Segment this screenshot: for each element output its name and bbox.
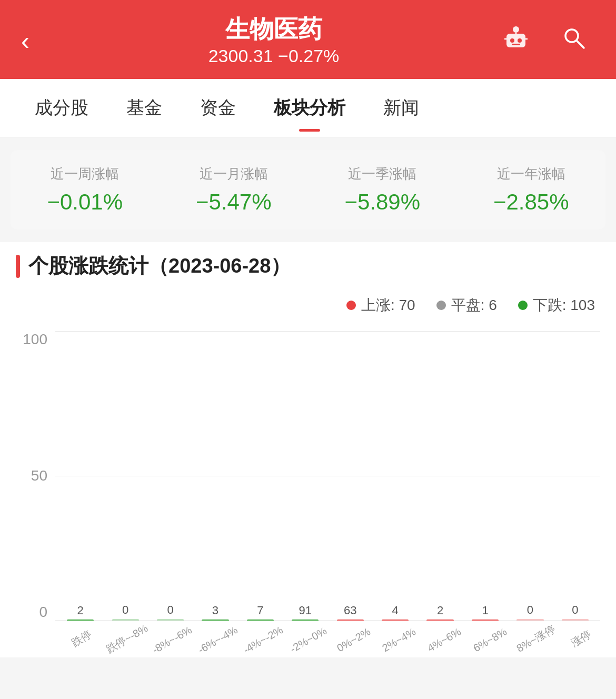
bar-value-3: 3 (212, 604, 218, 617)
legend-fall-label: 下跌: 103 (533, 295, 595, 315)
bar-group-3: 3 (193, 604, 237, 621)
stat-week: 近一周涨幅 −0.01% (11, 165, 160, 215)
bar-value-8: 2 (437, 604, 443, 617)
x-label-2: -8%~-6% (150, 624, 195, 657)
back-button[interactable]: ‹ (21, 26, 53, 55)
bar-value-5: 91 (299, 604, 312, 617)
legend-flat-label: 平盘: 6 (451, 295, 497, 315)
svg-rect-5 (512, 44, 520, 45)
x-label-7: 2%~4% (376, 624, 422, 657)
y-label-0: 0 (39, 604, 47, 621)
svg-point-3 (510, 38, 514, 43)
bar-group-0: 2 (58, 604, 103, 621)
bar-group-2: 0 (148, 603, 193, 621)
bar-group-1: 0 (103, 603, 147, 621)
legend-flat: 平盘: 6 (436, 295, 497, 315)
stats-row: 近一周涨幅 −0.01% 近一月涨幅 −5.47% 近一季涨幅 −5.89% 近… (11, 150, 605, 229)
bar-value-0: 2 (77, 604, 84, 617)
stat-quarter-value: −5.89% (308, 189, 457, 215)
stat-year-value: −2.85% (457, 189, 606, 215)
legend-rise-label: 上涨: 70 (361, 295, 415, 315)
x-label-9: 6%~8% (467, 624, 512, 657)
tab-components[interactable]: 成分股 (16, 79, 107, 137)
legend-rise-dot (346, 301, 356, 310)
stat-quarter: 近一季涨幅 −5.89% (308, 165, 457, 215)
header: ‹ 生物医药 2300.31 −0.27% (0, 0, 616, 79)
page-title: 生物医药 (53, 15, 495, 44)
legend-fall-dot (518, 301, 528, 310)
stat-year-label: 近一年涨幅 (457, 165, 606, 183)
svg-rect-0 (506, 34, 525, 47)
section-title-bar-container: 个股涨跌统计（2023-06-28） (0, 242, 616, 290)
section-title-accent (16, 255, 20, 278)
stat-quarter-label: 近一季涨幅 (308, 165, 457, 183)
stat-month-label: 近一月涨幅 (160, 165, 309, 183)
section-title-text: 个股涨跌统计（2023-06-28） (28, 253, 291, 279)
y-axis: 100 50 0 (16, 331, 53, 621)
chart-wrapper: 100 50 0 20037916342100 跌停跌停~-8%-8%~-6%-… (16, 331, 600, 647)
legend-flat-dot (436, 301, 446, 310)
x-label-1: 跌停~-8% (104, 621, 151, 656)
bar-value-7: 4 (392, 604, 399, 617)
chart-legend: 上涨: 70 平盘: 6 下跌: 103 (0, 290, 616, 326)
bar-value-6: 63 (344, 604, 356, 617)
stat-month-value: −5.47% (160, 189, 309, 215)
tab-funds[interactable]: 基金 (107, 79, 181, 137)
bar-group-9: 1 (463, 604, 508, 621)
stat-month: 近一月涨幅 −5.47% (160, 165, 309, 215)
bar-group-4: 7 (238, 604, 283, 621)
x-label-5: -2%~0% (286, 624, 331, 657)
x-label-11: 涨停 (558, 622, 604, 656)
bar-group-10: 0 (508, 603, 552, 621)
tab-news[interactable]: 新闻 (364, 79, 438, 137)
chart-plot: 20037916342100 (55, 331, 600, 621)
stat-week-label: 近一周涨幅 (11, 165, 160, 183)
header-center: 生物医药 2300.31 −0.27% (53, 15, 495, 66)
header-subtitle: 2300.31 −0.27% (53, 46, 495, 66)
y-label-50: 50 (31, 467, 47, 484)
x-label-8: 4%~6% (422, 624, 467, 657)
bars-container: 20037916342100 (55, 331, 600, 621)
stat-week-value: −0.01% (11, 189, 160, 215)
tab-capital[interactable]: 资金 (181, 79, 255, 137)
search-icon[interactable] (553, 25, 595, 56)
x-label-4: -4%~-2% (240, 624, 285, 657)
tab-analysis[interactable]: 板块分析 (255, 79, 364, 137)
bar-group-8: 2 (418, 604, 462, 621)
stat-year: 近一年涨幅 −2.85% (457, 165, 606, 215)
x-label-0: 跌停 (58, 622, 105, 656)
svg-point-4 (518, 38, 522, 43)
chart-area: 100 50 0 20037916342100 跌停跌停~-8%-8%~-6%-… (0, 326, 616, 657)
tab-bar: 成分股 基金 资金 板块分析 新闻 (0, 79, 616, 137)
bar-value-2: 0 (167, 603, 173, 617)
legend-rise: 上涨: 70 (346, 295, 415, 315)
bar-value-11: 0 (572, 603, 578, 617)
bar-group-6: 63 (328, 604, 373, 621)
robot-icon[interactable] (495, 24, 537, 57)
x-label-6: 0%~2% (331, 624, 376, 657)
bar-value-4: 7 (257, 604, 263, 617)
bar-group-11: 0 (553, 603, 598, 621)
bar-value-10: 0 (527, 603, 533, 617)
x-axis: 跌停跌停~-8%-8%~-6%-6%~-4%-4%~-2%-2%~0%0%~2%… (55, 621, 600, 647)
y-label-100: 100 (23, 331, 47, 348)
x-label-3: -6%~-4% (195, 624, 240, 657)
bar-value-9: 1 (482, 604, 488, 617)
x-label-10: 8%~涨停 (512, 622, 559, 656)
bar-value-1: 0 (122, 603, 128, 617)
svg-point-1 (513, 26, 519, 33)
bar-group-7: 4 (373, 604, 418, 621)
svg-line-9 (577, 41, 584, 48)
bar-group-5: 91 (283, 604, 327, 621)
legend-fall: 下跌: 103 (518, 295, 595, 315)
